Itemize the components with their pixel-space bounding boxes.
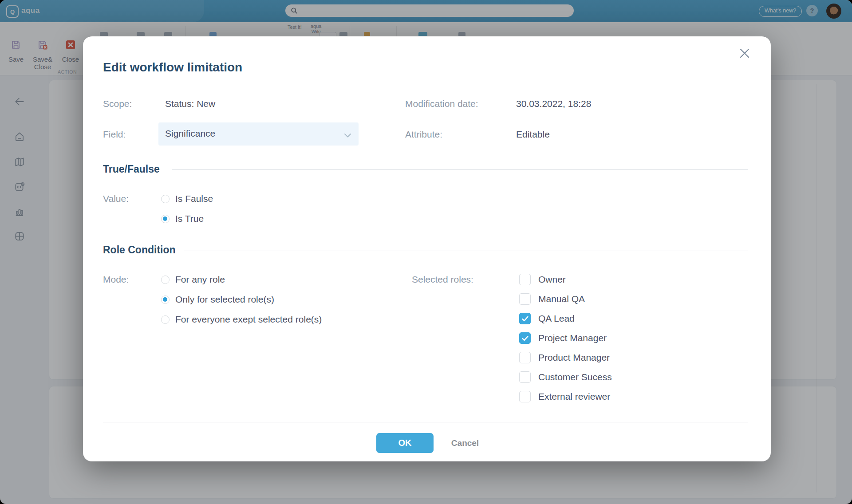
ok-button[interactable]: OK: [376, 433, 434, 453]
aqua-app-window: Q aqua What's new? ? Save: [0, 0, 852, 504]
section-divider: [184, 251, 748, 251]
modification-date-value: 30.03.2022, 18:28: [516, 98, 591, 109]
radio-label: Is True: [175, 213, 204, 224]
footer-divider: [103, 422, 748, 422]
radio-option-is-true[interactable]: Is True: [161, 212, 204, 225]
checkbox-row-product-manager[interactable]: Product Manager: [519, 351, 610, 364]
edit-workflow-limitation-dialog: Edit workflow limitation Scope: Status: …: [83, 36, 771, 461]
checkbox-label: QA Lead: [538, 313, 575, 324]
checkbox-row-project-manager[interactable]: Project Manager: [519, 331, 607, 345]
radio-icon[interactable]: [161, 276, 170, 284]
checkbox-row-external-reviewer[interactable]: External reviewer: [519, 390, 610, 403]
modification-date-label: Modification date:: [405, 98, 478, 109]
radio-option-for-any-role[interactable]: For any role: [161, 273, 225, 286]
radio-label: For everyone exept selected role(s): [175, 314, 322, 325]
radio-option-everyone-except-selected[interactable]: For everyone exept selected role(s): [161, 313, 322, 326]
section-title-true-false: True/Faulse: [103, 163, 160, 175]
radio-icon[interactable]: [161, 195, 170, 203]
radio-option-only-selected-roles[interactable]: Only for selected role(s): [161, 293, 274, 306]
checkbox-row-owner[interactable]: Owner: [519, 273, 566, 286]
radio-icon[interactable]: [161, 295, 170, 304]
cancel-button[interactable]: Cancel: [445, 437, 485, 449]
scope-value: Status: New: [165, 98, 215, 109]
radio-label: Only for selected role(s): [175, 294, 274, 305]
selected-roles-label: Selected roles:: [412, 274, 473, 285]
checkbox-label: Product Manager: [538, 352, 610, 363]
checkbox-row-manual-qa[interactable]: Manual QA: [519, 292, 585, 306]
checkbox-label: Customer Sucess: [538, 372, 612, 382]
checkbox-label: Manual QA: [538, 294, 585, 304]
mode-label: Mode:: [103, 274, 129, 285]
checkbox-icon[interactable]: [519, 352, 531, 363]
checkbox-label: External reviewer: [538, 391, 610, 402]
section-title-role-condition: Role Condition: [103, 244, 176, 256]
screen: Q aqua What's new? ? Save: [0, 0, 852, 504]
checkbox-icon[interactable]: [519, 371, 531, 383]
checkbox-icon[interactable]: [519, 274, 531, 285]
radio-option-is-faulse[interactable]: Is Faulse: [161, 192, 213, 205]
checkbox-row-customer-success[interactable]: Customer Sucess: [519, 370, 612, 384]
radio-icon[interactable]: [161, 215, 170, 223]
chevron-down-icon: [344, 132, 351, 140]
checkbox-icon[interactable]: [519, 332, 531, 344]
checkbox-label: Owner: [538, 274, 566, 285]
value-label: Value:: [103, 193, 129, 204]
field-label: Field:: [103, 129, 126, 140]
section-divider: [172, 169, 748, 170]
checkbox-icon[interactable]: [519, 391, 531, 402]
field-dropdown-value: Significance: [165, 128, 215, 139]
checkbox-row-qa-lead[interactable]: QA Lead: [519, 312, 575, 325]
radio-label: Is Faulse: [175, 193, 213, 204]
scope-label: Scope:: [103, 98, 132, 109]
dialog-title: Edit workflow limitation: [103, 60, 242, 75]
dialog-close-icon[interactable]: [738, 47, 751, 59]
field-dropdown[interactable]: Significance: [158, 122, 359, 146]
checkbox-icon[interactable]: [519, 293, 531, 305]
radio-label: For any role: [175, 274, 225, 285]
attribute-label: Attribute:: [405, 129, 442, 140]
checkbox-label: Project Manager: [538, 333, 607, 343]
checkbox-icon[interactable]: [519, 313, 531, 324]
radio-icon[interactable]: [161, 315, 170, 324]
attribute-value: Editable: [516, 129, 550, 140]
